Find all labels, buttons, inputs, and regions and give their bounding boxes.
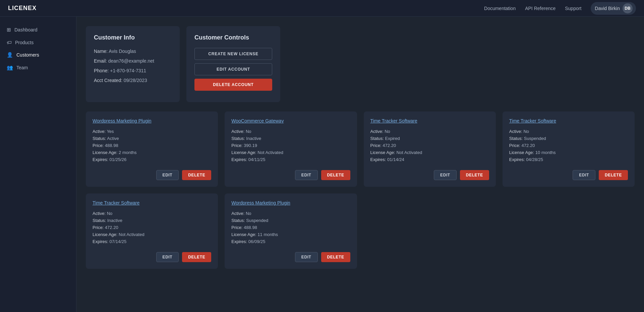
- sidebar-item-team[interactable]: 👥 Team: [0, 61, 76, 74]
- phone-value: +1-870-974-7311: [110, 68, 146, 73]
- edit-account-button[interactable]: EDIT ACCOUNT: [194, 63, 272, 75]
- license-age-5: License Age: 11 months: [231, 232, 350, 237]
- delete-license-button-5[interactable]: DELETE: [321, 252, 350, 262]
- license-card-0: Wordpress Marketing Plugin Active: Yes S…: [86, 111, 218, 187]
- license-actions-4: EDIT DELETE: [93, 252, 211, 262]
- license-price-1: Price: 390.19: [231, 143, 350, 148]
- products-icon: 🏷: [7, 40, 12, 45]
- phone-label: Phone:: [94, 68, 109, 73]
- license-expires-5: Expires: 06/09/25: [231, 239, 350, 244]
- license-price-5: Price: 488.98: [231, 225, 350, 230]
- license-actions-5: EDIT DELETE: [231, 252, 350, 262]
- license-active-1: Active: No: [231, 129, 350, 134]
- create-new-license-button[interactable]: CREATE NEW LICENSE: [194, 48, 272, 60]
- acct-created-value: 09/28/2023: [124, 78, 147, 83]
- edit-license-button-2[interactable]: EDIT: [434, 170, 457, 180]
- customer-acct-created-row: Acct Created: 09/28/2023: [94, 77, 172, 84]
- edit-license-button-0[interactable]: EDIT: [156, 170, 179, 180]
- delete-account-button[interactable]: DELETE ACCOUNT: [194, 79, 272, 91]
- nav-support[interactable]: Support: [565, 6, 581, 11]
- license-price-0: Price: 488.98: [93, 143, 211, 148]
- customer-info-card: Customer Info Name: Avis Douglas Email: …: [86, 26, 180, 102]
- license-card-1: WooCommerce Gateway Active: No Status: I…: [225, 111, 357, 187]
- license-actions-1: EDIT DELETE: [231, 170, 350, 180]
- sidebar-label-products: Products: [15, 40, 34, 45]
- license-age-2: License Age: Not Activated: [370, 150, 489, 155]
- customer-name-row: Name: Avis Douglas: [94, 48, 172, 55]
- license-active-5: Active: No: [231, 211, 350, 216]
- license-age-3: License Age: 10 months: [509, 150, 628, 155]
- delete-license-button-1[interactable]: DELETE: [321, 170, 350, 180]
- sidebar: ⊞ Dashboard 🏷 Products 👤 Customers 👥 Tea…: [0, 17, 76, 312]
- license-card-5: Wordpress Marketing Plugin Active: No St…: [225, 193, 357, 269]
- license-age-4: License Age: Not Activated: [93, 232, 211, 237]
- nav-api-reference[interactable]: API Reference: [525, 6, 555, 11]
- license-age-1: License Age: Not Activated: [231, 150, 350, 155]
- user-menu[interactable]: David Birkin DB: [591, 2, 636, 15]
- sidebar-item-customers[interactable]: 👤 Customers: [0, 49, 76, 61]
- edit-license-button-4[interactable]: EDIT: [156, 252, 179, 262]
- user-name: David Birkin: [595, 6, 620, 11]
- customer-info-title: Customer Info: [94, 34, 172, 41]
- license-age-0: License Age: 2 months: [93, 150, 211, 155]
- customer-controls-title: Customer Controls: [194, 34, 272, 41]
- sidebar-item-dashboard[interactable]: ⊞ Dashboard: [0, 23, 76, 36]
- sidebar-label-dashboard: Dashboard: [14, 27, 38, 32]
- license-name-3[interactable]: Time Tracker Software: [509, 118, 628, 124]
- license-active-4: Active: No: [93, 211, 211, 216]
- license-status-2: Status: Expired: [370, 136, 489, 141]
- license-actions-0: EDIT DELETE: [93, 170, 211, 180]
- licenses-grid-bottom: Time Tracker Software Active: No Status:…: [86, 193, 635, 269]
- header: LICENEX Documentation API Reference Supp…: [0, 0, 644, 17]
- edit-license-button-5[interactable]: EDIT: [295, 252, 318, 262]
- delete-license-button-2[interactable]: DELETE: [460, 170, 489, 180]
- customers-icon: 👤: [7, 52, 13, 58]
- license-name-0[interactable]: Wordpress Marketing Plugin: [93, 118, 211, 124]
- delete-license-button-4[interactable]: DELETE: [182, 252, 211, 262]
- name-label: Name:: [94, 49, 108, 54]
- license-actions-2: EDIT DELETE: [370, 170, 489, 180]
- license-active-3: Active: No: [509, 129, 628, 134]
- license-card-4: Time Tracker Software Active: No Status:…: [86, 193, 218, 269]
- license-name-5[interactable]: Wordpress Marketing Plugin: [231, 200, 350, 206]
- main-content: Customer Info Name: Avis Douglas Email: …: [76, 17, 644, 312]
- layout: ⊞ Dashboard 🏷 Products 👤 Customers 👥 Tea…: [0, 17, 644, 312]
- header-navigation: Documentation API Reference Support Davi…: [484, 2, 636, 15]
- sidebar-label-team: Team: [16, 65, 28, 70]
- top-row: Customer Info Name: Avis Douglas Email: …: [86, 26, 635, 102]
- license-active-2: Active: No: [370, 129, 489, 134]
- license-name-4[interactable]: Time Tracker Software: [93, 200, 211, 206]
- sidebar-label-customers: Customers: [16, 52, 39, 58]
- license-status-5: Status: Suspended: [231, 218, 350, 223]
- acct-created-label: Acct Created:: [94, 78, 122, 83]
- license-card-2: Time Tracker Software Active: No Status:…: [364, 111, 496, 187]
- edit-license-button-3[interactable]: EDIT: [573, 170, 595, 180]
- user-avatar: DB: [623, 3, 633, 13]
- email-value: dean76@example.net: [108, 58, 154, 64]
- license-card-3: Time Tracker Software Active: No Status:…: [503, 111, 635, 187]
- license-status-0: Status: Active: [93, 136, 211, 141]
- license-expires-0: Expires: 01/25/26: [93, 157, 211, 162]
- license-price-2: Price: 472.20: [370, 143, 489, 148]
- customer-email-row: Email: dean76@example.net: [94, 58, 172, 65]
- license-expires-1: Expires: 04/11/25: [231, 157, 350, 162]
- team-icon: 👥: [7, 65, 13, 71]
- license-price-4: Price: 472.20: [93, 225, 211, 230]
- licenses-grid-top: Wordpress Marketing Plugin Active: Yes S…: [86, 111, 635, 187]
- name-value: Avis Douglas: [109, 49, 136, 54]
- license-name-1[interactable]: WooCommerce Gateway: [231, 118, 350, 124]
- sidebar-item-products[interactable]: 🏷 Products: [0, 36, 76, 49]
- delete-license-button-0[interactable]: DELETE: [182, 170, 211, 180]
- license-expires-2: Expires: 01/14/24: [370, 157, 489, 162]
- edit-license-button-1[interactable]: EDIT: [295, 170, 318, 180]
- customer-controls-card: Customer Controls CREATE NEW LICENSE EDI…: [186, 26, 280, 102]
- nav-documentation[interactable]: Documentation: [484, 6, 516, 11]
- license-name-2[interactable]: Time Tracker Software: [370, 118, 489, 124]
- license-status-1: Status: Inactive: [231, 136, 350, 141]
- license-active-0: Active: Yes: [93, 129, 211, 134]
- customer-phone-row: Phone: +1-870-974-7311: [94, 67, 172, 74]
- delete-license-button-3[interactable]: DELETE: [599, 170, 628, 180]
- logo: LICENEX: [8, 5, 37, 12]
- license-status-3: Status: Suspended: [509, 136, 628, 141]
- license-expires-4: Expires: 07/14/25: [93, 239, 211, 244]
